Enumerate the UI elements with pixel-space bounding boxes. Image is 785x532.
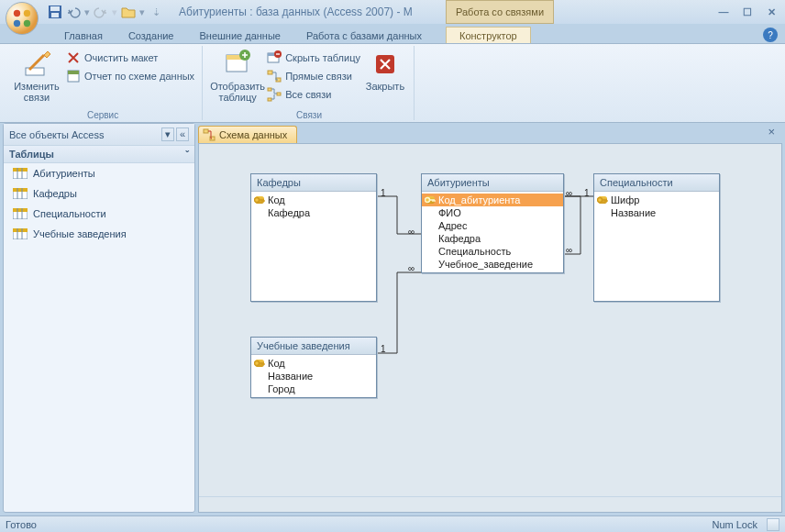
nav-item-uz[interactable]: Учебные заведения — [4, 224, 194, 244]
key-icon — [597, 195, 608, 205]
qat-cust[interactable]: ⇣ — [152, 6, 160, 18]
clear-layout-icon — [66, 50, 81, 65]
tab-dbtools[interactable]: Работа с базами данных — [293, 28, 435, 43]
nav-item-kafedry[interactable]: Кафедры — [4, 183, 194, 204]
svg-rect-16 — [268, 71, 272, 74]
field-abitur-uz[interactable]: Учебное_заведение — [422, 258, 563, 271]
svg-point-3 — [24, 20, 30, 27]
svg-rect-9 — [68, 71, 79, 74]
hide-table-icon — [267, 50, 282, 65]
table-icon — [13, 168, 28, 179]
tab-designer[interactable]: Конструктор — [446, 27, 531, 43]
relationship-canvas[interactable]: 1 ∞ 1 ∞ ∞ 1 ∞ Кафедры Код Кафедра Абитур… — [198, 143, 782, 513]
svg-rect-7 — [26, 68, 44, 75]
svg-rect-23 — [13, 168, 28, 172]
open-folder-icon[interactable] — [121, 5, 136, 19]
context-tab-title: Работа со связями — [446, 0, 554, 24]
canvas-area: Схема данных × 1 ∞ 1 ∞ ∞ 1 ∞ Кафедры — [198, 123, 782, 513]
close-label: Закрыть — [366, 81, 404, 92]
scrollbar-thumb[interactable] — [212, 500, 225, 511]
nav-item-abiturients[interactable]: Абитуриенты — [4, 163, 194, 183]
svg-point-40 — [255, 198, 260, 203]
table-uz-header[interactable]: Учебные заведения — [251, 338, 376, 355]
nav-filter-dd[interactable]: ▾ — [161, 127, 174, 141]
tab-external[interactable]: Внешние данные — [187, 28, 293, 43]
rel-card-infc: ∞ — [566, 188, 572, 198]
close-window-button[interactable]: ✕ — [763, 6, 779, 18]
nav-header[interactable]: Все объекты Access ▾« — [4, 124, 194, 146]
field-kafedry-kod[interactable]: Код — [251, 194, 376, 206]
workspace: Все объекты Access ▾« Таблицы ˇ Абитурие… — [0, 123, 785, 515]
field-spec-nazvanie[interactable]: Название — [594, 206, 719, 219]
chevron-up-icon: ˇ — [185, 149, 189, 160]
maximize-button[interactable]: ☐ — [739, 6, 756, 18]
table-abitur[interactable]: Абитуриенты Код_абитуриента ФИО Адрес Ка… — [421, 173, 564, 273]
quick-access-toolbar: ▾ ▾ ▾ ⇣ — [48, 5, 160, 19]
doc-close-button[interactable]: × — [768, 125, 775, 139]
nav-collapse[interactable]: « — [176, 127, 189, 141]
group-relations-label: Связи — [205, 110, 414, 120]
field-kafedry-kafedra[interactable]: Кафедра — [251, 206, 376, 219]
direct-rel-icon — [267, 69, 282, 83]
svg-rect-18 — [268, 88, 271, 91]
help-icon[interactable]: ? — [763, 28, 778, 42]
tab-home[interactable]: Главная — [51, 28, 116, 43]
table-kafedry-header[interactable]: Кафедры — [251, 174, 376, 192]
group-service: Изменить связи Очистить макет Отчет по с… — [4, 46, 203, 120]
show-table-button[interactable]: Отобразить таблицу — [210, 48, 265, 105]
show-table-icon — [223, 50, 252, 79]
group-service-label: Сервис — [4, 110, 202, 120]
status-bar: Готово Num Lock — [0, 515, 785, 532]
table-icon — [13, 228, 28, 239]
field-uz-kod[interactable]: Код — [251, 357, 376, 370]
minimize-button[interactable]: ― — [715, 6, 732, 18]
hide-table-button[interactable]: Скрыть таблицу — [265, 50, 362, 66]
ribbon: Изменить связи Очистить макет Отчет по с… — [0, 44, 785, 123]
table-abitur-header[interactable]: Абитуриенты — [422, 174, 563, 192]
clear-layout-button[interactable]: Очистить макет — [64, 50, 196, 66]
svg-rect-19 — [268, 98, 271, 101]
nav-section-tables[interactable]: Таблицы ˇ — [4, 146, 194, 163]
scroll-left-arrow[interactable]: ◄ — [201, 502, 209, 511]
svg-rect-38 — [204, 129, 208, 133]
field-abitur-kod[interactable]: Код_абитуриента — [422, 194, 563, 206]
table-kafedry[interactable]: Кафедры Код Кафедра — [250, 173, 377, 302]
redo-icon[interactable] — [94, 5, 108, 19]
rel-card-inf: ∞ — [408, 227, 415, 237]
ribbon-tabs: Главная Создание Внешние данные Работа с… — [0, 24, 785, 44]
svg-rect-31 — [13, 208, 28, 212]
schema-icon — [203, 128, 216, 141]
field-abitur-fio[interactable]: ФИО — [422, 206, 563, 219]
svg-point-41 — [426, 198, 430, 203]
show-table-label: Отобразить таблицу — [210, 81, 265, 103]
table-spec-header[interactable]: Специальности — [594, 174, 719, 192]
field-uz-nazvanie[interactable]: Название — [251, 370, 376, 382]
doc-tab-schema[interactable]: Схема данных — [198, 126, 297, 143]
svg-point-1 — [24, 10, 30, 17]
view-icon[interactable] — [767, 518, 779, 531]
table-uz[interactable]: Учебные заведения Код Название Город — [250, 337, 377, 398]
field-uz-gorod[interactable]: Город — [251, 382, 376, 395]
direct-rel-button[interactable]: Прямые связи — [265, 68, 362, 84]
field-abitur-spec[interactable]: Специальность — [422, 245, 563, 258]
office-button[interactable] — [6, 2, 39, 35]
all-rel-button[interactable]: Все связи — [265, 86, 362, 103]
navigation-pane: Все объекты Access ▾« Таблицы ˇ Абитурие… — [3, 123, 195, 513]
title-bar: ▾ ▾ ▾ ⇣ Абитуриенты : база данных (Acces… — [0, 0, 785, 24]
table-spec[interactable]: Специальности Шифр Название — [593, 173, 720, 302]
field-abitur-kafedra[interactable]: Кафедра — [422, 232, 563, 245]
close-button[interactable]: Закрыть — [362, 48, 408, 94]
rel-card-infd: ∞ — [566, 245, 572, 255]
table-icon — [13, 188, 28, 199]
close-icon — [370, 50, 400, 79]
nav-item-spec[interactable]: Специальности — [4, 204, 194, 224]
field-abitur-adres[interactable]: Адрес — [422, 219, 563, 232]
svg-rect-5 — [50, 6, 60, 11]
edit-relations-button[interactable]: Изменить связи — [9, 48, 64, 105]
undo-icon[interactable] — [66, 5, 81, 19]
save-icon[interactable] — [48, 5, 62, 19]
tab-create[interactable]: Создание — [116, 28, 187, 43]
schema-report-button[interactable]: Отчет по схеме данных — [64, 68, 196, 84]
qat-dd[interactable]: ▾ — [139, 6, 145, 18]
field-spec-shifr[interactable]: Шифр — [594, 194, 719, 206]
